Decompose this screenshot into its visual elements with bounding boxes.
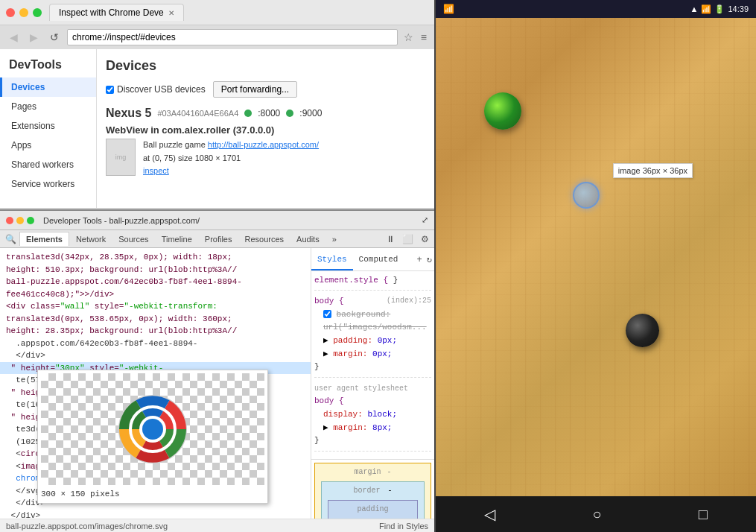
code-line: ball-puzzle.appspot.com/642ec0b3-fb8f-4e…	[0, 276, 311, 288]
close-button[interactable]	[6, 8, 15, 17]
dt-window-controls	[6, 217, 34, 224]
menu-icon[interactable]: ≡	[419, 30, 428, 45]
settings-icon[interactable]: ⚙	[419, 233, 431, 245]
forward-button[interactable]: ▶	[26, 30, 42, 45]
discover-label[interactable]: Discover USB devices	[106, 84, 206, 95]
styles-tab-styles[interactable]: Styles	[311, 251, 353, 270]
ua-margin: ▶ margin: 8px;	[314, 422, 431, 435]
style-prop-padding: ▶ padding: 0px;	[314, 335, 431, 348]
code-line: translate3d(0px, 538.65px, 0px); width: …	[0, 313, 311, 326]
devtools-bottom: Developer Tools - ball-puzzle.appspot.co…	[0, 209, 434, 532]
sidebar-item-service-workers[interactable]: Service workers	[0, 174, 96, 194]
refresh-style-icon[interactable]: ↻	[425, 251, 434, 270]
tab-profiles[interactable]: Profiles	[199, 232, 238, 246]
sidebar-item-extensions[interactable]: Extensions	[0, 116, 96, 136]
dt-expand-icon[interactable]: ⤢	[422, 215, 428, 225]
dt-close-btn[interactable]	[6, 217, 13, 224]
user-agent-section: user agent stylesheet body { display: bl…	[314, 382, 431, 452]
svg-point-2	[142, 419, 163, 440]
chrome-icon-svg	[115, 392, 190, 466]
wifi-icon: ▲	[690, 4, 699, 13]
sidebar-item-apps[interactable]: Apps	[0, 136, 96, 155]
android-status-bar: 📶 ▲ 📶 🔋 14:39	[436, 0, 756, 18]
back-button[interactable]: ◀	[6, 30, 22, 45]
sidebar-item-devices[interactable]: Devices	[0, 77, 96, 97]
webview-url[interactable]: http://ball-puzzle.appspot.com/	[208, 140, 319, 149]
search-icon[interactable]: 🔍	[3, 233, 19, 245]
android-home-icon[interactable]: ○	[586, 500, 607, 529]
ua-display: display: block;	[314, 408, 431, 422]
bookmark-icon[interactable]: ☆	[402, 30, 415, 45]
styles-tabs: Styles Computed + ↻	[311, 251, 434, 271]
sidebar-item-shared-workers[interactable]: Shared workers	[0, 155, 96, 174]
battery-icon: 🔋	[714, 4, 725, 14]
tab-title: Inspect with Chrome Deve	[59, 7, 164, 18]
devtools-main: translate3d(342px, 28.35px, 0px); width:…	[0, 248, 434, 519]
element-style-section: element.style { }	[314, 274, 431, 291]
devtools-content: Devices Discover USB devices Port forwar…	[97, 49, 434, 208]
dt-title: Developer Tools - ball-puzzle.appspot.co…	[43, 216, 200, 225]
devtools-title: DevTools	[0, 55, 96, 77]
port-forwarding-button[interactable]: Port forwarding...	[213, 81, 297, 98]
code-panel[interactable]: translate3d(342px, 28.35px, 0px); width:…	[0, 248, 311, 519]
dark-ball	[626, 314, 659, 347]
discover-row: Discover USB devices Port forwarding...	[106, 81, 425, 98]
reload-button[interactable]: ↺	[46, 30, 63, 45]
tab-sources[interactable]: Sources	[112, 232, 154, 246]
devtools-sidebar: DevTools Devices Pages Extensions Apps S…	[0, 49, 97, 208]
maximize-button[interactable]	[33, 8, 42, 17]
android-back-icon[interactable]: ◁	[478, 499, 501, 529]
window-controls	[6, 8, 42, 17]
discover-checkbox[interactable]	[106, 86, 114, 94]
green-ball	[484, 92, 521, 130]
status-bar: ball-puzzle.appspot.com/images/chrome.sv…	[0, 519, 434, 532]
styles-content: element.style { } body { (index):25 back…	[311, 271, 434, 459]
webview-row: img Ball puzzle game http://ball-puzzle.…	[106, 139, 425, 178]
tab-resources[interactable]: Resources	[238, 232, 290, 246]
code-line: <div class="wall" style="-webkit-transfo…	[0, 300, 311, 313]
title-bar: Inspect with Chrome Deve ✕	[0, 0, 434, 25]
android-recents-icon[interactable]: □	[693, 500, 714, 529]
dt-min-btn[interactable]	[16, 217, 24, 224]
minimize-button[interactable]	[19, 8, 28, 17]
android-panel: 📶 ▲ 📶 🔋 14:39 image 36px × 36px ◁ ○ □	[436, 0, 756, 532]
inspect-link[interactable]: inspect	[143, 166, 169, 175]
status-dot-8000	[244, 110, 252, 117]
code-line: height: 510.3px; background: url(blob:ht…	[0, 264, 311, 276]
sidebar-item-pages[interactable]: Pages	[0, 97, 96, 116]
code-line: height: 28.35px; background: url(blob:ht…	[0, 325, 311, 338]
code-line: translate3d(342px, 28.35px, 0px); width:…	[0, 251, 311, 264]
image-tooltip: image 36px × 36px	[613, 163, 693, 178]
android-time: 14:39	[728, 4, 749, 13]
style-prop-margin: ▶ margin: 0px;	[314, 348, 431, 361]
tab-elements[interactable]: Elements	[19, 232, 69, 246]
find-in-styles[interactable]: Find in Styles	[379, 522, 428, 531]
tab-more[interactable]: »	[326, 232, 343, 246]
address-bar[interactable]	[67, 29, 398, 45]
browser-panel: Inspect with Chrome Deve ✕ ◀ ▶ ↺ ☆ ≡ Dev…	[0, 0, 436, 532]
nav-bar: ◀ ▶ ↺ ☆ ≡	[0, 25, 434, 49]
webview-thumbnail: img	[106, 139, 136, 176]
browser-tab[interactable]: Inspect with Chrome Deve ✕	[49, 4, 184, 21]
tab-close-icon[interactable]: ✕	[168, 9, 174, 17]
add-style-icon[interactable]: +	[415, 251, 425, 270]
code-line: </div>	[0, 510, 311, 519]
tab-audits[interactable]: Audits	[290, 232, 325, 246]
styles-tab-computed[interactable]: Computed	[353, 251, 404, 270]
status-url: ball-puzzle.appspot.com/images/chrome.sv…	[6, 522, 168, 531]
port-9000: :9000	[299, 108, 322, 118]
pause-icon[interactable]: ⏸	[384, 233, 397, 245]
chrome-size-label: 300 × 150 pixels	[41, 488, 264, 501]
tab-network[interactable]: Network	[70, 232, 112, 246]
tab-timeline[interactable]: Timeline	[156, 232, 198, 246]
chrome-overlay: 300 × 150 pixels	[37, 370, 268, 504]
dt-max-btn[interactable]	[27, 217, 34, 224]
box-model: margin - border - padding 360 x 0	[311, 459, 434, 519]
bg-checkbox[interactable]	[323, 310, 331, 318]
android-nav-bar: ◁ ○ □	[436, 496, 756, 532]
layout-icon[interactable]: ⬜	[400, 233, 416, 245]
android-content: image 36px × 36px	[436, 18, 756, 496]
chrome-icon-container	[41, 373, 264, 485]
devices-heading: Devices	[106, 58, 425, 74]
webview-info: Ball puzzle game http://ball-puzzle.apps…	[143, 139, 319, 178]
